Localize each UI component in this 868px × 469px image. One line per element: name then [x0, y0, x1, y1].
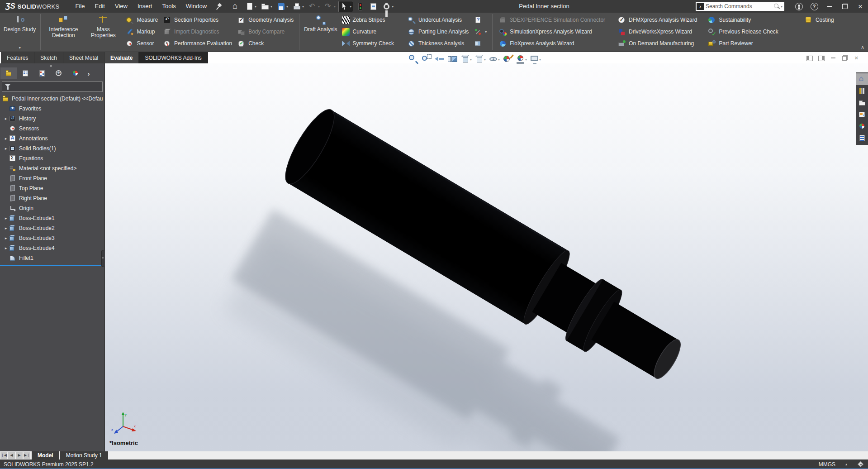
- symmetry-split-button[interactable]: [474, 38, 487, 49]
- nav-last-button[interactable]: ▶❘: [24, 452, 30, 459]
- tree-item-origin[interactable]: Origin: [0, 203, 104, 213]
- compare-document-button[interactable]: [474, 14, 487, 26]
- pane-left-button[interactable]: [806, 55, 813, 61]
- graphics-viewport[interactable]: y x z *Isometric: [105, 52, 868, 451]
- tree-item-material-not-specified[interactable]: Material <not specified>: [0, 163, 104, 173]
- check-button[interactable]: Check: [237, 38, 294, 49]
- tree-item-front-plane[interactable]: Front Plane: [0, 173, 104, 183]
- curvature-button[interactable]: Curvature: [342, 26, 394, 38]
- close-button[interactable]: ×: [853, 55, 860, 61]
- options-gear-button[interactable]: ▾: [380, 1, 395, 12]
- expand-arrow-icon[interactable]: ▸: [3, 146, 9, 151]
- model-canvas[interactable]: y x z: [105, 52, 868, 451]
- menu-edit[interactable]: Edit: [90, 0, 110, 13]
- open-folder-button[interactable]: ▾: [259, 1, 274, 12]
- chevron-down-icon[interactable]: ▾: [350, 5, 351, 9]
- view-palette-button[interactable]: [856, 109, 868, 120]
- menu-insert[interactable]: Insert: [133, 0, 157, 13]
- tree-item-top-plane[interactable]: Top Plane: [0, 183, 104, 193]
- close-button[interactable]: ×: [853, 0, 868, 13]
- undercut-analysis-button[interactable]: Undercut Analysis: [408, 14, 469, 26]
- expand-arrow-icon[interactable]: ▸: [3, 226, 9, 230]
- mass-properties-button[interactable]: Mass Properties: [83, 13, 123, 52]
- expand-arrow-icon[interactable]: ▸: [3, 136, 9, 141]
- chevron-down-icon[interactable]: ▾: [334, 5, 336, 9]
- hide-show-items-button[interactable]: ▾: [489, 54, 500, 64]
- view-settings-button[interactable]: ▾: [530, 54, 541, 64]
- on-demand-manufacturing-button[interactable]: On Demand Manufacturing: [618, 38, 697, 49]
- import-diagnostics-button[interactable]: Import Diagnostics: [163, 26, 232, 38]
- save-button[interactable]: ▾: [275, 1, 290, 12]
- body-compare-button[interactable]: Body Compare: [237, 26, 294, 38]
- tab-evaluate[interactable]: Evaluate: [104, 52, 139, 63]
- expand-arrow-icon[interactable]: ▸: [3, 246, 9, 250]
- units-label[interactable]: MMGS: [819, 461, 835, 468]
- nav-first-button[interactable]: ❘◀: [0, 452, 7, 459]
- tree-item-sensors[interactable]: Sensors: [0, 124, 104, 134]
- expand-arrow-icon[interactable]: ▸: [3, 216, 9, 220]
- apply-scene-button[interactable]: ▾: [516, 54, 527, 64]
- rebuild-button[interactable]: [354, 1, 366, 12]
- panel-tab-display-ball[interactable]: [67, 67, 84, 79]
- display-style-button[interactable]: ▾: [475, 54, 486, 64]
- tag-icon[interactable]: [857, 461, 864, 468]
- zoom-fit-button[interactable]: [408, 54, 418, 64]
- chevron-down-icon[interactable]: ▾: [19, 45, 21, 51]
- chevron-down-icon[interactable]: ▾: [318, 5, 320, 9]
- deviation-analysis-button[interactable]: ▾: [474, 26, 487, 38]
- tree-item-history[interactable]: ▸History: [0, 114, 104, 124]
- symmetry-check-button[interactable]: Symmetry Check: [342, 38, 394, 49]
- tab-sketch[interactable]: Sketch: [34, 52, 63, 63]
- zebra-stripes-button[interactable]: Zebra Stripes: [342, 14, 394, 26]
- interference-detection-button[interactable]: Interference Detection: [43, 13, 83, 52]
- tree-item-favorites[interactable]: Favorites: [0, 104, 104, 114]
- chevron-down-icon[interactable]: ▾: [255, 5, 256, 9]
- pane-right-button[interactable]: [818, 55, 825, 61]
- custom-properties-button[interactable]: [856, 132, 868, 144]
- tree-item-boss-extrude2[interactable]: ▸Boss-Extrude2: [0, 223, 104, 233]
- appearances-button[interactable]: [856, 120, 868, 132]
- chevron-down-icon[interactable]: ▾: [270, 5, 272, 9]
- chevron-down-icon[interactable]: ▾: [392, 5, 394, 9]
- chevron-down-icon[interactable]: ▾: [302, 5, 304, 9]
- parting-line-analysis-button[interactable]: Parting Line Analysis: [408, 26, 469, 38]
- panel-grip[interactable]: [0, 63, 104, 67]
- dfmxpress-analysis-wizard-button[interactable]: DFMXpress Analysis Wizard: [618, 14, 697, 26]
- driveworksxpress-wizard-button[interactable]: DriveWorksXpress Wizard: [618, 26, 697, 38]
- tree-item-boss-extrude1[interactable]: ▸Boss-Extrude1: [0, 213, 104, 223]
- panel-tabs-overflow-button[interactable]: ›: [84, 67, 93, 79]
- new-doc-button[interactable]: ▾: [243, 1, 258, 12]
- taskpane-home-button[interactable]: [856, 73, 868, 85]
- select-cursor-button[interactable]: ▾: [338, 1, 353, 12]
- nav-prev-button[interactable]: ◀: [8, 452, 15, 459]
- tree-item-boss-extrude3[interactable]: ▸Boss-Extrude3: [0, 233, 104, 243]
- tree-filter-box[interactable]: [2, 81, 103, 92]
- undo-button[interactable]: ▾: [307, 1, 322, 12]
- print-button[interactable]: ▾: [291, 1, 306, 12]
- tab-solidworks-add-ins[interactable]: SOLIDWORKS Add-Ins: [139, 52, 208, 63]
- tree-item-equations[interactable]: Equations: [0, 153, 104, 163]
- search-chevron-down-icon[interactable]: ▾: [781, 5, 783, 9]
- previous-view-button[interactable]: [435, 54, 445, 64]
- units-chevron-up-icon[interactable]: ▴: [845, 462, 847, 466]
- thickness-analysis-button[interactable]: Thickness Analysis: [408, 38, 469, 49]
- design-library-button[interactable]: [856, 85, 868, 97]
- zoom-area-button[interactable]: [422, 54, 432, 64]
- edit-appearance-button[interactable]: [503, 54, 513, 64]
- chevron-down-icon[interactable]: ▾: [286, 5, 288, 9]
- tree-item-fillet1[interactable]: Fillet1: [0, 253, 104, 263]
- menu-tools[interactable]: Tools: [157, 0, 180, 13]
- redo-button[interactable]: ▾: [323, 1, 337, 12]
- simulationxpress-analysis-wizard-button[interactable]: SimulationXpress Analysis Wizard: [499, 26, 605, 38]
- costing-button[interactable]: Costing: [805, 14, 834, 26]
- pin-menu-icon[interactable]: [214, 3, 222, 10]
- section-properties-button[interactable]: Section Properties: [163, 14, 232, 26]
- draft-analysis-button[interactable]: Draft Analysis: [302, 13, 339, 52]
- performance-evaluation-button[interactable]: Performance Evaluation: [163, 38, 232, 49]
- file-explorer-button[interactable]: [856, 97, 868, 109]
- section-view-button[interactable]: [448, 54, 458, 64]
- menu-window[interactable]: Window: [181, 0, 212, 13]
- tree-item-annotations[interactable]: ▸Annotations: [0, 134, 104, 144]
- nav-next-button[interactable]: ▶: [16, 452, 23, 459]
- tree-item-solid-bodies-1[interactable]: ▸Solid Bodies(1): [0, 144, 104, 153]
